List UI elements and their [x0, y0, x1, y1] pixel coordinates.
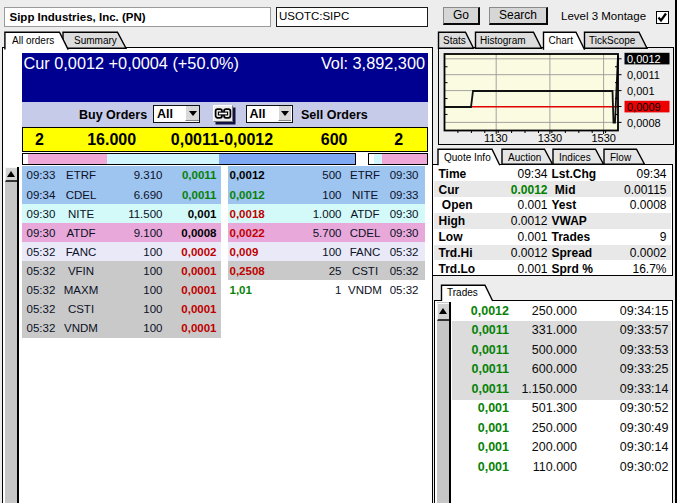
svg-text:Flow: Flow: [610, 152, 632, 163]
svg-text:Summary: Summary: [74, 35, 117, 46]
svg-text:TickScope: TickScope: [589, 35, 636, 46]
svg-text:Histogram: Histogram: [480, 35, 526, 46]
svg-text:0,0008: 0,0008: [627, 117, 661, 129]
svg-text:Quote Info: Quote Info: [444, 152, 491, 163]
svg-text:0,0012: 0,0012: [627, 53, 661, 65]
svg-text:Indices: Indices: [559, 152, 591, 163]
svg-text:1130: 1130: [484, 132, 508, 144]
svg-text:Chart: Chart: [549, 35, 574, 46]
svg-text:0,0009: 0,0009: [627, 101, 661, 113]
svg-text:Stats: Stats: [443, 35, 466, 46]
svg-text:1330: 1330: [537, 132, 561, 144]
svg-text:All orders: All orders: [12, 35, 54, 46]
svg-text:Trades: Trades: [447, 287, 478, 298]
svg-text:1530: 1530: [591, 132, 615, 144]
svg-text:Auction: Auction: [508, 152, 541, 163]
svg-text:0,001: 0,001: [627, 85, 655, 97]
svg-text:0,0011: 0,0011: [627, 69, 660, 81]
